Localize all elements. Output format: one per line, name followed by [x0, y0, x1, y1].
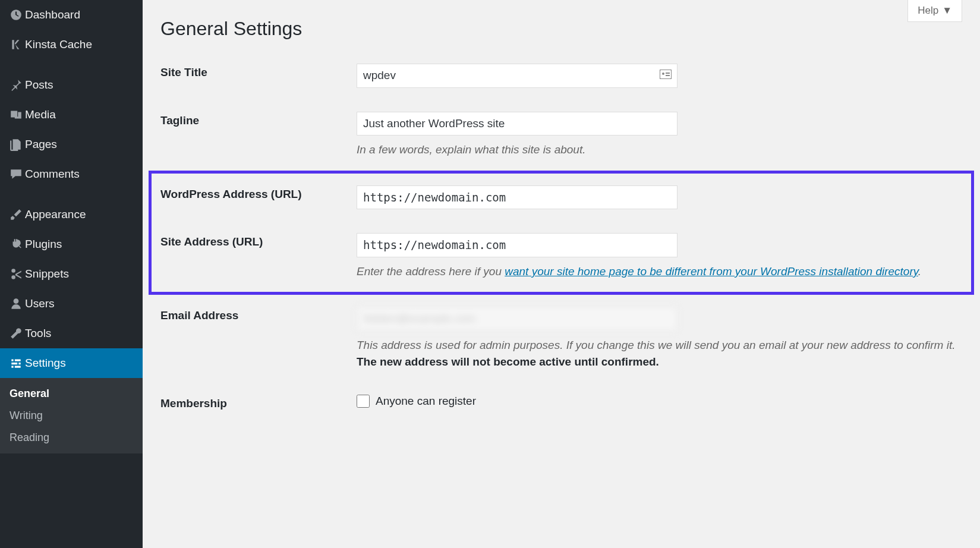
site-title-label: Site Title	[160, 52, 357, 100]
submenu-item-reading[interactable]: Reading	[0, 427, 143, 449]
tagline-label: Tagline	[160, 100, 357, 171]
sidebar-item-media[interactable]: Media	[0, 100, 143, 130]
pages-icon	[7, 138, 25, 151]
site-url-label: Site Address (URL)	[160, 221, 357, 292]
sidebar-item-label: Dashboard	[25, 8, 80, 21]
sidebar-item-snippets[interactable]: Snippets	[0, 259, 143, 289]
sidebar-item-users[interactable]: Users	[0, 289, 143, 319]
svg-rect-0	[660, 70, 672, 79]
comment-icon	[7, 168, 25, 181]
submenu-item-general[interactable]: General	[0, 383, 143, 405]
site-url-hint-link[interactable]: want your site home page to be different…	[505, 265, 918, 278]
sidebar-item-label: Kinsta Cache	[25, 38, 92, 51]
plug-icon	[7, 238, 25, 251]
sidebar-item-label: Appearance	[25, 208, 86, 221]
svg-rect-3	[666, 75, 670, 76]
email-address-input[interactable]	[357, 307, 678, 331]
sidebar-item-label: Tools	[25, 327, 51, 340]
help-tab[interactable]: Help ▼	[907, 0, 962, 22]
card-icon	[660, 69, 672, 82]
wordpress-address-input[interactable]	[357, 185, 678, 210]
settings-submenu: General Writing Reading	[0, 378, 143, 453]
submenu-item-writing[interactable]: Writing	[0, 405, 143, 427]
sidebar-item-label: Posts	[25, 78, 53, 92]
email-hint: This address is used for admin purposes.…	[357, 337, 956, 371]
dashboard-icon	[7, 8, 25, 21]
content-area: Help ▼ General Settings Site Title Tagli…	[143, 0, 980, 548]
sidebar-item-label: Snippets	[25, 267, 69, 281]
membership-label: Membership	[160, 383, 357, 424]
tagline-input[interactable]	[357, 112, 678, 136]
settings-icon	[7, 357, 25, 370]
pin-icon	[7, 78, 25, 92]
sidebar-item-label: Comments	[25, 168, 80, 181]
email-label: Email Address	[160, 295, 357, 383]
site-title-input[interactable]	[357, 64, 678, 88]
sidebar-item-settings[interactable]: Settings	[0, 348, 143, 378]
scissors-icon	[7, 267, 25, 281]
sidebar-item-tools[interactable]: Tools	[0, 319, 143, 348]
admin-sidebar: Dashboard Kinsta Cache Posts Media Pages…	[0, 0, 143, 548]
help-label: Help	[918, 5, 938, 17]
site-url-hint: Enter the address here if you want your …	[357, 263, 956, 281]
wp-url-label: WordPress Address (URL)	[160, 174, 357, 222]
brush-icon	[7, 208, 25, 221]
site-address-input[interactable]	[357, 233, 678, 257]
sidebar-item-label: Users	[25, 297, 55, 310]
sidebar-item-appearance[interactable]: Appearance	[0, 200, 143, 229]
url-highlight-box: WordPress Address (URL) Site Address (UR…	[149, 171, 974, 295]
sidebar-item-label: Plugins	[25, 238, 62, 251]
sidebar-item-label: Pages	[25, 138, 57, 151]
page-title: General Settings	[160, 0, 962, 52]
sidebar-item-comments[interactable]: Comments	[0, 159, 143, 189]
media-icon	[7, 108, 25, 121]
membership-checkbox-row[interactable]: Anyone can register	[357, 395, 956, 408]
sidebar-item-label: Media	[25, 108, 56, 121]
sidebar-item-dashboard[interactable]: Dashboard	[0, 0, 143, 30]
sidebar-item-kinsta-cache[interactable]: Kinsta Cache	[0, 30, 143, 59]
settings-form: Site Title Tagline In a few words, expla…	[160, 52, 962, 171]
anyone-can-register-checkbox[interactable]	[357, 395, 370, 408]
sidebar-item-label: Settings	[25, 357, 66, 370]
wrench-icon	[7, 327, 25, 340]
svg-point-1	[662, 73, 664, 75]
svg-rect-2	[666, 73, 670, 74]
sidebar-item-posts[interactable]: Posts	[0, 70, 143, 100]
tagline-hint: In a few words, explain what this site i…	[357, 141, 956, 159]
sidebar-item-pages[interactable]: Pages	[0, 130, 143, 159]
user-icon	[7, 297, 25, 310]
membership-checkbox-label: Anyone can register	[376, 395, 476, 408]
sidebar-item-plugins[interactable]: Plugins	[0, 229, 143, 259]
chevron-down-icon: ▼	[942, 5, 952, 17]
kinsta-icon	[7, 38, 25, 51]
